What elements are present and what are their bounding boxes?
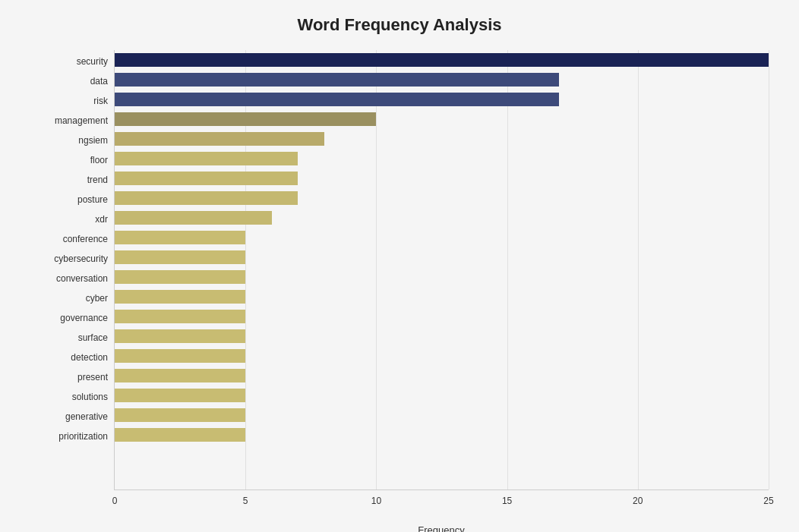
bar-row (115, 287, 769, 307)
x-tick-label: 10 (371, 496, 381, 506)
bar-row (115, 307, 769, 326)
chart-title: Word Frequency Analysis (30, 15, 769, 35)
bar (115, 408, 245, 422)
y-label: conversation (56, 269, 114, 288)
y-label: governance (60, 308, 114, 328)
y-label: cyber (86, 288, 114, 308)
bar (115, 172, 298, 185)
bar-row (115, 50, 769, 70)
y-label: cybersecurity (54, 249, 114, 269)
bar (115, 310, 245, 323)
bar-row (115, 129, 769, 149)
bar (115, 211, 272, 225)
y-label: posture (77, 190, 114, 209)
bar-row (115, 346, 769, 366)
bar (115, 329, 245, 343)
bar-row (115, 386, 769, 405)
y-label: prioritization (58, 427, 114, 446)
x-tick-label: 25 (763, 496, 773, 506)
bar-row (115, 228, 769, 247)
bar-row (115, 267, 769, 287)
y-label: data (90, 71, 114, 91)
y-label: floor (90, 150, 114, 170)
y-label: ngsiem (78, 131, 114, 150)
bar (115, 290, 245, 304)
y-label: management (55, 111, 114, 131)
grid-line (769, 50, 769, 490)
bar (115, 53, 769, 67)
y-label: surface (78, 328, 114, 348)
y-label: solutions (72, 387, 114, 407)
bar (115, 349, 245, 363)
y-axis-labels: securitydatariskmanagementngsiemfloortre… (30, 50, 114, 490)
bar (115, 428, 245, 442)
bar (115, 152, 298, 165)
x-tick-label: 20 (633, 496, 643, 506)
bars-area: 0510152025 (114, 50, 769, 490)
bar (115, 369, 245, 382)
bar-row (115, 109, 769, 129)
y-label: risk (93, 91, 114, 111)
y-label: security (77, 52, 114, 71)
x-tick-label: 5 (243, 496, 248, 506)
x-tick-label: 0 (112, 496, 118, 506)
bar (115, 389, 245, 402)
bar (115, 112, 376, 126)
bar-row (115, 405, 769, 425)
bar-row (115, 366, 769, 386)
bar-row (115, 149, 769, 168)
bar-row (115, 326, 769, 346)
x-axis-label: Frequency (114, 524, 769, 532)
chart-area: securitydatariskmanagementngsiemfloortre… (30, 50, 769, 490)
bar-row (115, 247, 769, 267)
bar-row (115, 168, 769, 188)
bar (115, 93, 559, 106)
x-axis-ticks: 0510152025 (115, 496, 769, 511)
y-label: detection (71, 348, 114, 367)
bar (115, 73, 559, 87)
bar (115, 191, 298, 205)
y-label: conference (63, 229, 114, 249)
y-label: generative (65, 407, 114, 427)
bar (115, 250, 245, 264)
chart-container: Word Frequency Analysis securitydatarisk… (0, 0, 799, 532)
y-label: trend (87, 170, 114, 190)
bar-row (115, 208, 769, 228)
bar (115, 270, 245, 284)
bar-row (115, 425, 769, 445)
bar-row (115, 90, 769, 109)
bar-row (115, 188, 769, 208)
bar-row (115, 70, 769, 90)
y-label: xdr (95, 209, 114, 229)
y-label: present (77, 367, 114, 387)
bar (115, 132, 324, 146)
x-tick-label: 15 (502, 496, 512, 506)
bar (115, 231, 245, 244)
